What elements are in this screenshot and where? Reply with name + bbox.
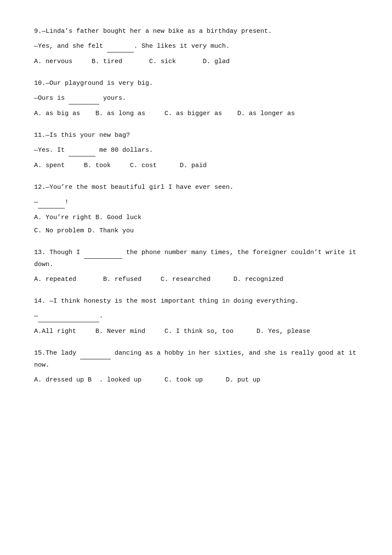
question-12-line1: 12.—You’re the most beautiful girl I hav… bbox=[34, 182, 358, 193]
blank-9 bbox=[107, 40, 134, 52]
question-12: 12.—You’re the most beautiful girl I hav… bbox=[34, 182, 358, 237]
question-10-line2: —Ours is yours. bbox=[34, 92, 358, 104]
question-13-options: A. repeated B. refused C. researched D. … bbox=[34, 274, 358, 285]
question-9-line2: —Yes, and she felt . She likes it very m… bbox=[34, 40, 358, 52]
question-10: 10.—Our playground is very big. —Ours is… bbox=[34, 78, 358, 119]
blank-10 bbox=[69, 92, 99, 104]
question-15-options: A. dressed up B . looked up C. took up D… bbox=[34, 374, 358, 386]
question-14: 14. —I think honesty is the most importa… bbox=[34, 295, 358, 337]
exam-content: 9.—Linda’s father bought her a new bike … bbox=[34, 26, 358, 386]
question-11-options: A. spent B. took C. cost D. paid bbox=[34, 160, 358, 171]
question-13-line1: 13. Though I the phone number many times… bbox=[34, 247, 358, 270]
blank-15 bbox=[80, 347, 111, 359]
question-11: 11.—Is this your new bag? —Yes. It me 80… bbox=[34, 130, 358, 171]
question-11-line1: 11.—Is this your new bag? bbox=[34, 130, 358, 141]
question-10-line1: 10.—Our playground is very big. bbox=[34, 78, 358, 89]
question-12-options-cd: C. No problem D. Thank you bbox=[34, 225, 358, 237]
question-15: 15.The lady dancing as a hobby in her si… bbox=[34, 347, 358, 386]
question-14-line1: 14. —I think honesty is the most importa… bbox=[34, 295, 358, 307]
question-10-options: A. as big as B. as long as C. as bigger … bbox=[34, 108, 358, 119]
blank-13 bbox=[84, 247, 122, 259]
question-14-options: A.All right B. Never mind C. I think so,… bbox=[34, 326, 358, 337]
blank-11 bbox=[69, 145, 95, 156]
blank-14 bbox=[38, 310, 99, 322]
question-9-line1: 9.—Linda’s father bought her a new bike … bbox=[34, 26, 358, 37]
question-12-options-ab: A. You’re right B. Good luck bbox=[34, 212, 358, 223]
question-11-line2: —Yes. It me 80 dollars. bbox=[34, 145, 358, 156]
question-13: 13. Though I the phone number many times… bbox=[34, 247, 358, 285]
question-9: 9.—Linda’s father bought her a new bike … bbox=[34, 26, 358, 67]
question-12-line2: — ! bbox=[34, 197, 358, 208]
question-9-options: A. nervous B. tired C. sick D. glad bbox=[34, 56, 358, 67]
blank-12 bbox=[38, 197, 65, 208]
question-14-line2: — . bbox=[34, 310, 358, 322]
question-15-line1: 15.The lady dancing as a hobby in her si… bbox=[34, 347, 358, 371]
